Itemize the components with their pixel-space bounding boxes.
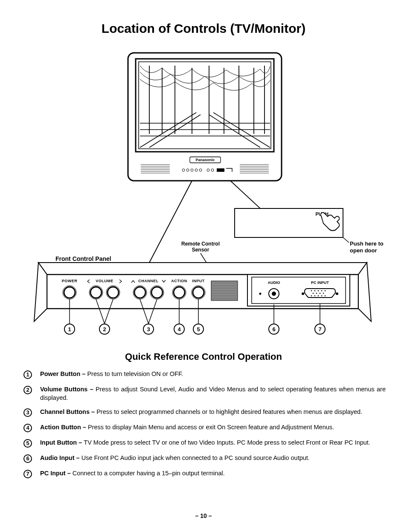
list-item: 7 PC Input – Connect to a computer havin… [21,469,386,479]
svg-point-81 [321,290,323,292]
svg-marker-45 [38,263,367,275]
svg-point-51 [90,287,102,298]
svg-point-79 [314,290,316,292]
item-lead: Volume Buttons – [40,386,96,393]
svg-line-40 [149,181,192,263]
item-lead: Audio Input – [40,454,81,461]
svg-point-85 [320,293,321,294]
item-desc: Press to select programmed channels or t… [96,408,362,415]
item-number: 5 [23,439,32,448]
svg-point-74 [272,292,276,296]
item-desc: Use Front PC Audio input jack when conne… [81,454,310,461]
svg-rect-39 [217,168,224,172]
svg-point-49 [64,287,75,298]
channel-label: CHANNEL [138,279,159,283]
svg-marker-48 [358,263,371,321]
reference-list: 1 Power Button – Press to turn televisio… [21,370,386,479]
item-lead: Input Button – [40,439,84,446]
svg-point-77 [336,292,338,295]
front-panel-label: Front Control Panel [55,255,111,262]
manual-page: Location of Controls (TV/Monitor) [0,0,407,532]
remote-sensor-label-1: Remote Control [181,241,220,247]
item-desc: TV Mode press to select TV or one of two… [84,439,370,446]
item-desc: Connect to a computer having a 15–pin ou… [73,470,225,477]
svg-point-80 [318,290,319,292]
svg-point-88 [314,295,316,297]
list-item: 3 Channel Buttons – Press to select prog… [21,408,386,417]
list-item: 2 Volume Buttons – Press to adjust Sound… [21,385,386,402]
controls-diagram: Panasonic [21,49,386,338]
item-number: 7 [23,470,32,478]
svg-point-53 [108,287,119,298]
svg-point-83 [313,293,314,294]
input-label: INPUT [192,279,205,283]
svg-point-82 [325,290,326,292]
callout-1: 1 [68,326,71,332]
push-note-line1: Push here to [350,240,384,247]
subheading: Quick Reference Control Operation [21,351,386,362]
callout-5: 5 [197,326,200,332]
svg-point-36 [199,169,202,171]
item-number: 4 [23,424,32,432]
svg-marker-47 [34,263,47,321]
svg-point-59 [174,287,185,298]
push-note-line2: open door [350,247,377,254]
power-label: POWER [62,279,78,283]
list-item: 4 Action Button – Press to display Main … [21,423,386,433]
svg-point-55 [134,287,145,298]
brand-label: Panasonic [195,158,215,162]
svg-point-78 [311,290,312,292]
svg-point-57 [151,287,163,298]
svg-point-75 [259,293,262,295]
list-item: 5 Input Button – TV Mode press to select… [21,439,386,448]
svg-point-87 [311,295,312,297]
pcinput-jack-label: PC INPUT [311,280,329,285]
item-number: 2 [23,386,32,394]
svg-point-89 [318,295,319,297]
callout-2: 2 [103,326,106,332]
item-lead: Action Button – [40,424,88,431]
page-number: – 10 – [0,512,407,519]
callout-3: 3 [147,326,150,332]
callout-6: 6 [272,326,275,332]
svg-point-91 [325,295,326,297]
svg-point-76 [302,292,304,295]
list-item: 1 Power Button – Press to turn televisio… [21,370,386,379]
item-lead: PC Input – [40,470,73,477]
item-number: 3 [23,408,32,417]
item-lead: Channel Buttons – [40,408,96,415]
remote-sensor-label-2: Sensor [192,247,209,253]
item-desc: Press to turn television ON or OFF. [87,370,183,377]
svg-point-84 [316,293,317,294]
item-lead: Power Button – [40,370,87,377]
svg-line-43 [343,237,349,243]
callout-4: 4 [177,326,181,332]
svg-point-90 [321,295,323,297]
callout-7: 7 [318,326,321,332]
item-number: 6 [23,454,32,463]
audio-jack-label: AUDIO [268,280,280,285]
svg-point-38 [211,169,214,171]
svg-point-33 [186,169,189,171]
svg-point-35 [195,169,198,171]
svg-point-37 [207,169,209,171]
svg-point-86 [323,293,324,294]
page-title: Location of Controls (TV/Monitor) [21,21,386,36]
action-label: ACTION [171,279,187,283]
item-number: 1 [23,370,32,379]
svg-point-34 [191,169,193,171]
list-item: 6 Audio Input – Use Front PC Audio input… [21,454,386,463]
item-desc: Press to display Main Menu and access or… [88,424,334,431]
svg-point-32 [182,169,185,171]
volume-label: VOLUME [96,279,113,283]
svg-point-61 [193,287,204,298]
